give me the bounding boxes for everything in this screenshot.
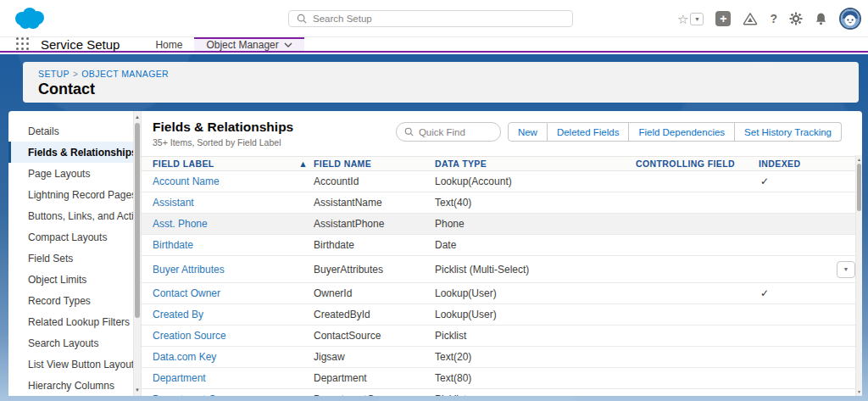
sidebar-item-object-limits[interactable]: Object Limits xyxy=(8,269,133,290)
table-row: Created By CreatedById Lookup(User) ▼ xyxy=(142,304,862,326)
field-name: DepartmentGroup xyxy=(314,393,435,396)
help-icon[interactable]: ? xyxy=(770,12,777,25)
page-title: Contact xyxy=(38,81,859,98)
sidebar-item-hierarchy-columns[interactable]: Hierarchy Columns xyxy=(8,375,133,396)
quick-find[interactable] xyxy=(396,122,501,142)
field-label-link[interactable]: Data.com Key xyxy=(153,351,314,363)
field-label-link[interactable]: Department Group xyxy=(153,393,314,396)
sidebar-item-search-layouts[interactable]: Search Layouts xyxy=(8,332,133,354)
table-row: Account Name AccountId Lookup(Account) ✓… xyxy=(142,171,862,192)
quick-find-input[interactable] xyxy=(419,127,491,137)
breadcrumb-separator: > xyxy=(73,70,78,79)
field-dependencies-button[interactable]: Field Dependencies xyxy=(629,122,735,142)
sidebar-item-details[interactable]: Details xyxy=(8,120,133,142)
field-name: AssistantPhone xyxy=(314,218,435,230)
table-row: Birthdate Birthdate Date ▼ xyxy=(142,235,862,256)
search-icon xyxy=(404,127,414,136)
app-name: Service Setup xyxy=(41,37,120,51)
field-label-link[interactable]: Contact Owner xyxy=(153,287,314,299)
global-header: ☆ ▼ + ? xyxy=(0,0,868,37)
sidebar-item-list-view-button-layout[interactable]: List View Button Layout xyxy=(8,354,133,375)
column-header-controlling-field[interactable]: CONTROLLING FIELD xyxy=(636,159,759,169)
new-button[interactable]: New xyxy=(508,122,548,142)
sidebar-item-compact-layouts[interactable]: Compact Layouts xyxy=(8,226,133,248)
deleted-fields-button[interactable]: Deleted Fields xyxy=(548,122,630,142)
field-label-link[interactable]: Account Name xyxy=(153,175,314,187)
data-type: Picklist (Multi-Select) xyxy=(435,264,636,276)
sidebar-item-field-sets[interactable]: Field Sets xyxy=(8,248,133,269)
breadcrumb-setup-link[interactable]: SETUP xyxy=(38,69,70,79)
sidebar-item-lightning-record-pages[interactable]: Lightning Record Pages xyxy=(8,184,133,205)
field-label-link[interactable]: Birthdate xyxy=(153,239,314,251)
scroll-up-icon[interactable]: ▲ xyxy=(134,113,141,121)
table-row: Contact Owner OwnerId Lookup(User) ✓ ▼ xyxy=(142,283,862,304)
column-header-field-name[interactable]: FIELD NAME xyxy=(314,159,435,169)
data-type: Text(40) xyxy=(435,197,636,209)
fields-content: Fields & Relationships 35+ Items, Sorted… xyxy=(142,111,862,396)
field-label-link[interactable]: Buyer Attributes xyxy=(153,264,314,276)
tab-home[interactable]: Home xyxy=(143,37,194,51)
scroll-up-icon[interactable]: ▲ xyxy=(856,156,862,163)
sidebar-item-label: Search Layouts xyxy=(28,337,98,349)
breadcrumb-object-manager-link[interactable]: OBJECT MANAGER xyxy=(81,69,169,79)
trailhead-icon[interactable] xyxy=(743,12,758,25)
notifications-bell-icon[interactable] xyxy=(815,12,827,25)
data-type: Picklist xyxy=(435,330,636,342)
field-label-link[interactable]: Created By xyxy=(153,309,314,320)
favorites-star-icon[interactable]: ☆ xyxy=(677,13,688,25)
scrollbar-thumb[interactable] xyxy=(857,164,861,211)
global-search-input[interactable] xyxy=(313,14,550,24)
object-sidebar: Details Fields & Relationships Page Layo… xyxy=(8,111,133,396)
table-row: Department Group DepartmentGroup Picklis… xyxy=(142,389,862,396)
scrollbar-thumb[interactable] xyxy=(135,123,140,318)
sidebar-item-related-lookup-filters[interactable]: Related Lookup Filters xyxy=(8,311,133,332)
sidebar-item-record-types[interactable]: Record Types xyxy=(8,290,133,311)
sidebar-item-label: Fields & Relationships xyxy=(28,147,137,159)
sidebar-item-fields-relationships[interactable]: Fields & Relationships xyxy=(8,142,133,163)
sidebar-item-label: Record Types xyxy=(28,295,91,307)
column-header-indexed[interactable]: INDEXED xyxy=(759,159,862,169)
global-search[interactable] xyxy=(288,10,573,27)
table-row: Buyer Attributes BuyerAttributes Picklis… xyxy=(142,256,862,283)
column-header-field-label[interactable]: FIELD LABEL ▲ xyxy=(153,159,314,169)
tab-object-manager[interactable]: Object Manager xyxy=(194,37,303,51)
setup-gear-icon[interactable] xyxy=(789,12,803,25)
field-label-link[interactable]: Assistant xyxy=(153,197,314,209)
field-label-link[interactable]: Department xyxy=(153,372,314,384)
field-name: BuyerAttributes xyxy=(314,264,435,276)
sidebar-scrollbar[interactable]: ▲ ▼ xyxy=(133,111,142,396)
field-label-link[interactable]: Creation Source xyxy=(153,330,314,342)
table-row: Asst. Phone AssistantPhone Phone ▼ xyxy=(142,214,862,235)
scroll-down-icon[interactable]: ▼ xyxy=(856,388,862,395)
breadcrumb: SETUP>OBJECT MANAGER xyxy=(38,69,859,79)
field-name: AssistantName xyxy=(314,197,435,209)
data-type: Lookup(User) xyxy=(435,309,636,320)
indexed-check-icon: ✓ xyxy=(759,287,862,299)
table-scrollbar[interactable]: ▲ ▼ xyxy=(855,155,862,396)
field-name: ContactSource xyxy=(314,330,435,342)
sidebar-item-label: Page Layouts xyxy=(28,168,90,180)
row-actions-dropdown-button[interactable]: ▼ xyxy=(837,261,855,278)
search-icon xyxy=(297,14,307,24)
field-label-link[interactable]: Asst. Phone xyxy=(153,218,314,230)
sidebar-item-label: Details xyxy=(28,125,59,137)
field-name: Jigsaw xyxy=(314,351,435,363)
sidebar-item-label: Field Sets xyxy=(28,253,73,265)
indexed-check-icon: ✓ xyxy=(759,175,862,187)
table-row: Assistant AssistantName Text(40) ▼ xyxy=(142,192,862,214)
breadcrumb-card: SETUP>OBJECT MANAGER Contact xyxy=(23,62,859,103)
add-icon[interactable]: + xyxy=(715,11,731,26)
list-subtitle: 35+ Items, Sorted by Field Label xyxy=(153,137,293,148)
table-row: Creation Source ContactSource Picklist ▼ xyxy=(142,326,862,347)
sidebar-item-page-layouts[interactable]: Page Layouts xyxy=(8,163,133,184)
column-header-data-type[interactable]: DATA TYPE xyxy=(435,159,636,169)
field-name: CreatedById xyxy=(314,309,435,320)
object-manager-panel: Details Fields & Relationships Page Layo… xyxy=(8,111,862,396)
scroll-down-icon[interactable]: ▼ xyxy=(134,386,141,394)
table-header-row: FIELD LABEL ▲ FIELD NAME DATA TYPE CONTR… xyxy=(142,156,862,171)
avatar[interactable] xyxy=(839,8,861,30)
sidebar-item-buttons-links-and-actions[interactable]: Buttons, Links, and Actions xyxy=(8,205,133,226)
favorites-dropdown-icon[interactable]: ▼ xyxy=(690,13,704,25)
app-launcher-waffle-icon[interactable] xyxy=(15,36,31,52)
set-history-tracking-button[interactable]: Set History Tracking xyxy=(735,122,842,142)
